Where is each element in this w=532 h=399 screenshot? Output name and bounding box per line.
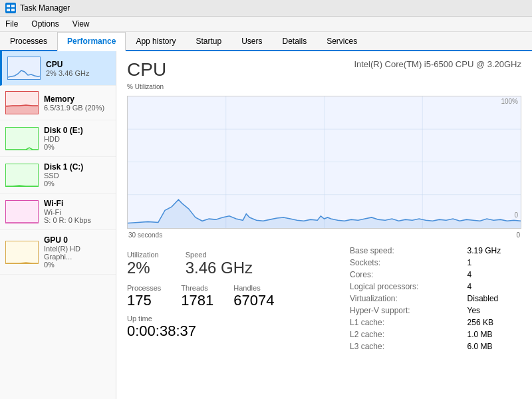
svg-rect-0 [5,3,16,13]
cpu-chart: 100% 0 [127,96,521,229]
base-speed-key: Base speed: [350,245,466,256]
cpu-thumbnail [7,57,41,80]
gpu-label: GPU 0 [44,235,110,245]
app-title: Task Manager [20,3,70,13]
logical-key: Logical processors: [350,281,466,292]
table-row: L2 cache: 1.0 MB [350,329,520,340]
tab-services[interactable]: Services [317,32,367,51]
menu-view[interactable]: View [70,18,92,30]
tab-performance[interactable]: Performance [57,32,126,51]
col-processes: Processes 175 [127,284,161,309]
sidebar-item-disk1[interactable]: Disk 1 (C:) SSD0% [0,157,116,194]
memory-usage: 6.5/31.9 GB (20%) [44,104,110,112]
uptime-value: 0:00:38:37 [127,323,335,340]
detail-cpu-model: Intel(R) Core(TM) i5-6500 CPU @ 3.20GHz [354,59,521,69]
chart-time-30s: 30 seconds [128,231,162,239]
chart-util-label: % Utilization [127,83,521,90]
gpu-usage: Intel(R) HD Graphi...0% [44,245,110,269]
cpu-chart-svg [128,96,521,228]
processes-row: Processes 175 Threads 1781 Handles 67074 [127,284,335,309]
l3-val: 6.0 MB [467,341,520,352]
sidebar-item-cpu[interactable]: CPU 2% 3.46 GHz [0,51,116,86]
table-row: L1 cache: 256 KB [350,317,520,328]
table-row: Cores: 4 [350,269,520,280]
right-stats: Base speed: 3.19 GHz Sockets: 1 Cores: 4… [348,244,521,353]
cpu-usage: 2% 3.46 GHz [46,69,110,77]
table-row: Sockets: 1 [350,257,520,268]
tab-bar: Processes Performance App history Startu… [0,32,532,51]
disk0-thumbnail [5,127,39,150]
l1-val: 256 KB [467,317,520,328]
proc-value: 175 [127,292,161,309]
sockets-key: Sockets: [350,257,466,268]
svg-rect-4 [11,9,15,11]
handles-label: Handles [233,284,274,292]
sidebar-item-memory[interactable]: Memory 6.5/31.9 GB (20%) [0,86,116,120]
util-value: 2% [127,259,159,277]
detail-bottom: Utilization 2% Speed 3.46 GHz Processes … [127,244,521,353]
detail-header: CPU Intel(R) Core(TM) i5-6500 CPU @ 3.20… [127,59,521,80]
table-row: Hyper-V support: Yes [350,305,520,316]
stats-row: Utilization 2% Speed 3.46 GHz [127,251,335,277]
logical-val: 4 [467,281,520,292]
detail-title: CPU [127,59,166,80]
detail-panel: CPU Intel(R) Core(TM) i5-6500 CPU @ 3.20… [116,51,532,399]
cores-val: 4 [467,269,520,280]
disk1-label: Disk 1 (C:) [44,162,110,172]
disk0-label: Disk 0 (E:) [44,126,110,135]
chart-time-labels: 30 seconds 0 [127,231,521,239]
svg-rect-5 [6,105,39,114]
svg-rect-1 [7,5,10,7]
virt-val: Disabled [467,293,520,304]
stat-utilization: Utilization 2% [127,251,159,277]
speed-value: 3.46 GHz [186,259,253,277]
sockets-val: 1 [467,257,520,268]
base-speed-val: 3.19 GHz [467,245,520,256]
col-handles: Handles 67074 [233,284,274,309]
util-label: Utilization [127,251,159,259]
l2-val: 1.0 MB [467,329,520,340]
proc-label: Processes [127,284,161,292]
table-row: Base speed: 3.19 GHz [350,245,520,256]
wifi-thumbnail [5,200,39,223]
tab-startup[interactable]: Startup [186,32,231,51]
menu-bar: File Options View [0,17,532,32]
tab-processes[interactable]: Processes [0,32,57,51]
speed-label: Speed [186,251,253,259]
threads-label: Threads [181,284,213,292]
chart-zero-label: 0 [514,211,518,219]
memory-label: Memory [44,94,110,104]
main-content: CPU 2% 3.46 GHz Memory 6.5/31.9 GB (20%) [0,51,532,399]
virt-key: Virtualization: [350,293,466,304]
threads-value: 1781 [181,292,213,309]
tab-app-history[interactable]: App history [126,32,186,51]
disk1-thumbnail [5,164,39,187]
table-row: Virtualization: Disabled [350,293,520,304]
title-bar: Task Manager [0,0,532,17]
left-stats: Utilization 2% Speed 3.46 GHz Processes … [127,244,335,353]
l2-key: L2 cache: [350,329,466,340]
disk1-usage: SSD0% [44,172,110,188]
sidebar-item-gpu0[interactable]: GPU 0 Intel(R) HD Graphi...0% [0,230,116,275]
chart-max-label: 100% [501,98,518,105]
wifi-usage: Wi-FiS: 0 R: 0 Kbps [44,208,110,224]
table-row: L3 cache: 6.0 MB [350,341,520,352]
chart-time-0: 0 [516,231,520,239]
sidebar-item-wifi[interactable]: Wi-Fi Wi-FiS: 0 R: 0 Kbps [0,194,116,230]
col-threads: Threads 1781 [181,284,213,309]
tab-users[interactable]: Users [231,32,272,51]
gpu-thumbnail [5,241,39,264]
uptime-label: Up time [127,315,335,323]
cores-key: Cores: [350,269,466,280]
memory-thumbnail [5,91,39,114]
l3-key: L3 cache: [350,341,466,352]
tab-details[interactable]: Details [272,32,317,51]
info-table: Base speed: 3.19 GHz Sockets: 1 Cores: 4… [348,244,521,353]
sidebar: CPU 2% 3.46 GHz Memory 6.5/31.9 GB (20%) [0,51,116,399]
l1-key: L1 cache: [350,317,466,328]
sidebar-item-disk0[interactable]: Disk 0 (E:) HDD0% [0,120,116,157]
menu-file[interactable]: File [3,18,21,30]
wifi-label: Wi-Fi [44,199,110,208]
menu-options[interactable]: Options [29,18,61,30]
disk0-usage: HDD0% [44,135,110,151]
